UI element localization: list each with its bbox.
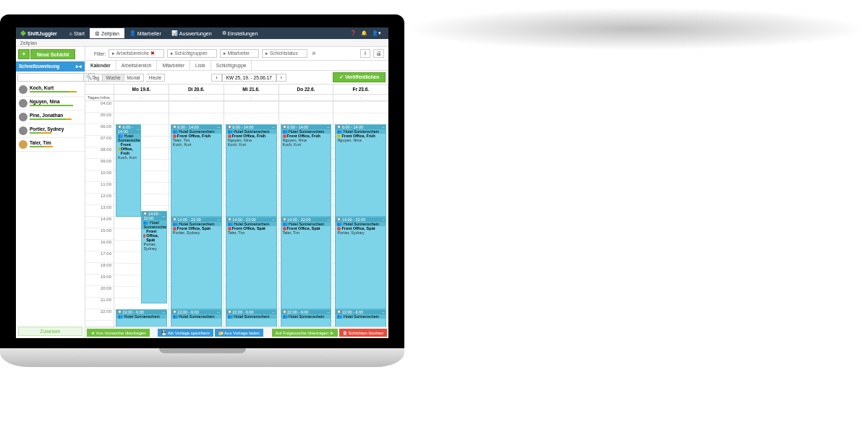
assign-done-button[interactable]: Zuweisen xyxy=(18,327,82,336)
magic-assign-button[interactable]: ✦ xyxy=(18,49,30,59)
shift-card[interactable]: 6:00 - 14:00– 👥 Hotel Sonnenschein Front… xyxy=(281,124,332,217)
week-label[interactable]: KW 25, 19. - 25.06.17 xyxy=(222,74,276,82)
view-tag[interactable]: Tag xyxy=(88,74,103,82)
shift-card[interactable]: 22:00 - 6:00– 👥 Hotel Sonnenschein xyxy=(226,309,277,327)
nav-einstellungen[interactable]: ⚙ Einstellungen xyxy=(217,28,263,38)
day-column: Do 22.6.– 6:00 - 14:00– 👥 Hotel Sonnensc… xyxy=(279,85,334,327)
filter-bar: Filter: ▸ Arbeitsbereiche ✖ ▸ Schichtgru… xyxy=(85,47,388,61)
nav-auswertungen[interactable]: 📊 Auswertungen xyxy=(166,28,217,38)
day-header: Do 22.6. xyxy=(279,85,333,95)
hour-label: 11:00 xyxy=(85,182,114,194)
employee-name: Pine, Jonathan xyxy=(30,113,82,118)
employee-item[interactable]: Taler, Tim xyxy=(16,138,85,152)
help-icon[interactable]: ❓ xyxy=(350,30,357,36)
shift-card[interactable]: 14:00 - 22:00– 👥 Hotel Sonnenschein Fron… xyxy=(281,217,332,309)
day-header: Fr 23.6. xyxy=(333,85,388,95)
top-nav: ShiftJuggler ⌂ Start 🗓 Zeitplan 👤 Mitarb… xyxy=(16,27,388,39)
day-info[interactable]: – xyxy=(333,95,388,101)
tab-mitarbeiter[interactable]: Mitarbeiter xyxy=(157,61,190,70)
shift-card[interactable]: 14:00 - 22:00– 👥 Hotel Sonnenschein Fron… xyxy=(226,217,277,309)
day-body[interactable]: 6:00 - 14:00– 👥 Hotel Sonnenschein Front… xyxy=(224,101,278,327)
day-info[interactable]: – xyxy=(114,95,169,101)
notification-icon[interactable]: 🔔 xyxy=(361,30,367,36)
shift-card[interactable]: 22:00 - 6:00– 👥 Hotel Sonnenschein xyxy=(335,309,386,327)
shift-card[interactable]: 22:00 - 6:00– 👥 Hotel Sonnenschein xyxy=(171,309,222,327)
view-monat[interactable]: Monat xyxy=(124,74,144,82)
add-filter-icon[interactable]: ⊕ xyxy=(312,51,316,56)
day-body[interactable]: 6:00 - 14:00– 👥 Hotel Sonnenschein Front… xyxy=(279,101,333,327)
load-template-button[interactable]: 📂 Aus Vorlage laden xyxy=(215,329,263,337)
employee-item[interactable]: Koch, Kurt xyxy=(16,83,85,97)
tab-kalender[interactable]: Kalender xyxy=(85,61,116,70)
shift-card[interactable]: 6:00 - 14:00– 👥 Hotel Sonnenschein Front… xyxy=(171,124,222,217)
hour-label: 05:00 xyxy=(85,113,114,124)
hour-label: 14:00 xyxy=(85,217,114,228)
day-body[interactable]: 6:00 - 14:00– 👥 Hotel Sonnenschein ! Fro… xyxy=(114,101,169,327)
copy-to-next-week-button[interactable]: Auf Folgewoche übertragen ► xyxy=(272,329,338,337)
avatar xyxy=(19,113,27,121)
day-info[interactable]: – xyxy=(279,95,333,101)
employee-item[interactable]: Pine, Jonathan xyxy=(16,111,85,124)
breadcrumb: Zeitplan xyxy=(16,39,388,47)
avatar xyxy=(19,140,27,149)
filter-mitarbeiter[interactable]: ▸ Mitarbeiter xyxy=(220,49,260,58)
copy-from-prev-week-button[interactable]: ◄ Von Vorwoche übertragen xyxy=(87,329,150,337)
employee-name: Taler, Tim xyxy=(30,140,82,145)
day-body[interactable]: 6:00 - 14:00– 👥 Hotel Sonnenschein ! Fro… xyxy=(333,101,388,327)
hour-label: 12:00 xyxy=(85,194,114,205)
filter-schichtstatus[interactable]: ▸ Schichtstatus xyxy=(262,49,307,58)
nav-mitarbeiter[interactable]: 👤 Mitarbeiter xyxy=(124,28,166,38)
hour-label: 10:00 xyxy=(85,171,114,182)
shift-card[interactable]: 14:00 - 22:00– 👥 Hotel Sonnenschein Fron… xyxy=(335,217,386,309)
filter-schichtgruppen[interactable]: ▸ Schichtgruppen xyxy=(167,49,217,58)
user-menu-icon[interactable]: 👤▾ xyxy=(372,30,381,36)
collapse-icon[interactable]: ▸◂ xyxy=(76,64,82,69)
hour-label: 18:00 xyxy=(85,263,114,275)
save-template-button[interactable]: 💾 Als Vorlage speichern xyxy=(158,329,213,337)
day-body[interactable]: 6:00 - 14:00– 👥 Hotel Sonnenschein Front… xyxy=(169,101,224,327)
shift-card[interactable]: 6:00 - 14:00– 👥 Hotel Sonnenschein ! Fro… xyxy=(335,124,386,217)
view-heute[interactable]: Heute xyxy=(146,74,165,82)
shift-card[interactable]: 22:00 - 6:00– 👥 Hotel Sonnenschein xyxy=(116,309,167,327)
tab-liste[interactable]: Liste xyxy=(190,61,211,70)
hour-label: 09:00 xyxy=(85,159,114,171)
shift-card[interactable]: 14:00 - 22:00– 👥 Hotel Sonnenschein Fron… xyxy=(171,217,222,309)
day-column: Mi 21.6.– 6:00 - 14:00– 👥 Hotel Sonnensc… xyxy=(224,85,279,327)
day-column: Mo 19.6.– 6:00 - 14:00– 👥 Hotel Sonnensc… xyxy=(114,85,169,327)
filter-arbeitsbereiche[interactable]: ▸ Arbeitsbereiche ✖ xyxy=(109,49,163,58)
hour-label: 16:00 xyxy=(85,240,114,251)
sidebar-header: Schnellzuweisung▸◂ xyxy=(16,61,85,72)
logo: ShiftJuggler xyxy=(20,30,57,36)
hour-label: 07:00 xyxy=(85,136,114,147)
new-shift-button[interactable]: Neue Schicht xyxy=(30,49,75,59)
employee-name: Portier, Sydney xyxy=(30,126,82,131)
prev-week-icon[interactable]: ‹ xyxy=(211,74,221,82)
filter-label: Filter: xyxy=(94,51,106,56)
tab-schichtgruppe[interactable]: Schichtgruppe xyxy=(211,61,252,70)
employee-search-input[interactable] xyxy=(17,73,84,82)
employee-item[interactable]: Portier, Sydney xyxy=(16,124,85,138)
day-header: Mo 19.6. xyxy=(114,85,169,95)
day-info[interactable]: – xyxy=(169,95,224,101)
nav-zeitplan[interactable]: 🗓 Zeitplan xyxy=(90,28,124,38)
day-info[interactable]: – xyxy=(224,95,278,101)
hour-label: 22:00 xyxy=(85,309,114,321)
print-icon[interactable]: 🖨 xyxy=(373,49,384,58)
delete-shifts-button[interactable]: 🗑 Schichten löschen xyxy=(339,329,387,337)
shift-card[interactable]: 22:00 - 6:00– 👥 Hotel Sonnenschein xyxy=(281,309,332,327)
hour-label: 20:00 xyxy=(85,286,114,298)
next-week-icon[interactable]: › xyxy=(276,74,286,82)
employee-item[interactable]: Nguyen, Nina xyxy=(16,97,85,111)
shift-card[interactable]: 14:00 - 22:00– 👥 Hotel Sonnenschein Fron… xyxy=(141,211,166,303)
view-woche[interactable]: Woche xyxy=(103,74,124,82)
view-controls: Tag Woche Monat Heute ‹ KW 25, 19. - 25.… xyxy=(85,71,388,85)
employee-name: Nguyen, Nina xyxy=(30,99,82,104)
shift-card[interactable]: 6:00 - 14:00– 👥 Hotel Sonnenschein ! Fro… xyxy=(116,124,141,217)
hour-label: 17:00 xyxy=(85,251,114,263)
nav-start[interactable]: ⌂ Start xyxy=(64,28,90,38)
export-icon[interactable]: ⇩ xyxy=(360,49,370,58)
publish-button[interactable]: ✓ Veröffentlichen xyxy=(333,72,386,82)
shift-card[interactable]: 6:00 - 14:00– 👥 Hotel Sonnenschein Front… xyxy=(226,124,277,217)
day-column: Fr 23.6.– 6:00 - 14:00– 👥 Hotel Sonnensc… xyxy=(333,85,388,327)
tab-arbeitsbereich[interactable]: Arbeitsbereich xyxy=(116,61,158,70)
